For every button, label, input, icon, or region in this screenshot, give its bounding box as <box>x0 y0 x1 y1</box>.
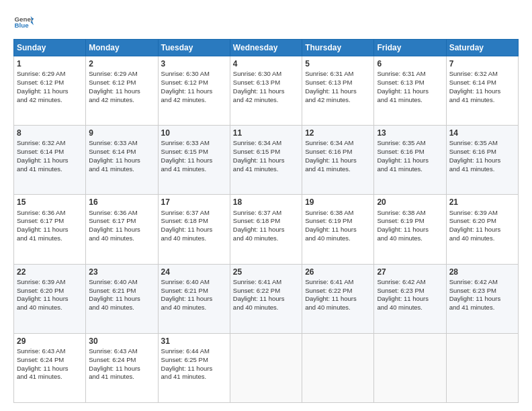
day-info-line: Sunrise: 6:30 AM <box>233 70 299 79</box>
day-info-line: Sunrise: 6:40 AM <box>161 278 227 287</box>
day-info-line: Daylight: 11 hours <box>233 226 299 234</box>
day-number: 6 <box>377 58 443 69</box>
calendar-cell: 5Sunrise: 6:31 AMSunset: 6:13 PMDaylight… <box>302 56 374 126</box>
day-info-line: and 40 minutes. <box>233 304 299 312</box>
day-info-line: Sunrise: 6:39 AM <box>449 209 515 218</box>
calendar-cell: 12Sunrise: 6:34 AMSunset: 6:16 PMDayligh… <box>302 126 374 195</box>
day-info-line: Daylight: 11 hours <box>305 156 371 165</box>
calendar-cell: 22Sunrise: 6:39 AMSunset: 6:20 PMDayligh… <box>14 264 86 333</box>
day-number: 4 <box>233 58 299 69</box>
calendar-cell: 23Sunrise: 6:40 AMSunset: 6:21 PMDayligh… <box>86 264 158 333</box>
day-info-line: Sunrise: 6:34 AM <box>305 139 371 148</box>
calendar-cell: 11Sunrise: 6:34 AMSunset: 6:15 PMDayligh… <box>230 126 302 195</box>
day-info-line: and 40 minutes. <box>89 234 154 243</box>
day-info-line: and 41 minutes. <box>17 373 83 381</box>
calendar-cell <box>446 333 518 402</box>
day-number: 19 <box>305 197 371 208</box>
day-number: 27 <box>377 267 443 277</box>
day-number: 8 <box>17 128 83 138</box>
day-info-line: Daylight: 11 hours <box>305 87 371 96</box>
day-info-line: Sunset: 6:13 PM <box>377 79 443 87</box>
day-number: 28 <box>449 267 515 277</box>
day-info-line: Sunset: 6:12 PM <box>161 79 227 87</box>
day-number: 10 <box>161 128 227 138</box>
day-info-line: Sunrise: 6:34 AM <box>233 139 299 148</box>
calendar-week-row: 22Sunrise: 6:39 AMSunset: 6:20 PMDayligh… <box>14 264 519 333</box>
day-info-line: Sunrise: 6:38 AM <box>305 209 371 218</box>
day-info-line: Sunset: 6:19 PM <box>377 217 443 226</box>
day-info-line: Daylight: 11 hours <box>305 295 371 304</box>
calendar-cell: 13Sunrise: 6:35 AMSunset: 6:16 PMDayligh… <box>374 126 446 195</box>
day-number: 31 <box>161 336 227 347</box>
day-info-line: Sunset: 6:18 PM <box>161 217 227 226</box>
day-number: 5 <box>305 58 371 69</box>
calendar-cell: 2Sunrise: 6:29 AMSunset: 6:12 PMDaylight… <box>86 56 158 126</box>
day-info-line: Sunrise: 6:44 AM <box>161 347 227 356</box>
day-number: 24 <box>161 267 227 277</box>
day-info-line: and 42 minutes. <box>89 96 154 105</box>
logo-icon: General Blue <box>13 12 34 32</box>
day-info-line: Daylight: 11 hours <box>161 156 227 165</box>
day-number: 16 <box>89 197 154 208</box>
day-info-line: and 41 minutes. <box>161 373 227 381</box>
page: General Blue SundayMondayTuesdayWednesda… <box>0 0 532 411</box>
calendar-cell <box>302 333 374 402</box>
day-info-line: Sunset: 6:21 PM <box>89 287 154 295</box>
day-info-line: Sunset: 6:20 PM <box>449 217 515 226</box>
day-info-line: Sunrise: 6:32 AM <box>449 70 515 79</box>
calendar-cell: 6Sunrise: 6:31 AMSunset: 6:13 PMDaylight… <box>374 56 446 126</box>
day-info-line: Sunset: 6:18 PM <box>233 217 299 226</box>
calendar-cell: 28Sunrise: 6:42 AMSunset: 6:23 PMDayligh… <box>446 264 518 333</box>
calendar-week-row: 1Sunrise: 6:29 AMSunset: 6:12 PMDaylight… <box>14 56 519 126</box>
day-info-line: Sunrise: 6:41 AM <box>305 278 371 287</box>
calendar-header-row: SundayMondayTuesdayWednesdayThursdayFrid… <box>14 40 519 56</box>
calendar-cell: 24Sunrise: 6:40 AMSunset: 6:21 PMDayligh… <box>158 264 230 333</box>
day-info-line: Daylight: 11 hours <box>17 87 83 96</box>
day-info-line: Sunrise: 6:35 AM <box>377 139 443 148</box>
day-info-line: and 42 minutes. <box>233 96 299 105</box>
calendar-cell: 26Sunrise: 6:41 AMSunset: 6:22 PMDayligh… <box>302 264 374 333</box>
day-info-line: Sunset: 6:14 PM <box>449 79 515 87</box>
day-info-line: Sunset: 6:14 PM <box>89 148 154 156</box>
day-info-line: and 41 minutes. <box>17 234 83 243</box>
calendar-table: SundayMondayTuesdayWednesdayThursdayFrid… <box>13 39 519 403</box>
day-info-line: and 41 minutes. <box>449 165 515 174</box>
day-info-line: and 41 minutes. <box>377 96 443 105</box>
calendar-cell: 8Sunrise: 6:32 AMSunset: 6:14 PMDaylight… <box>14 126 86 195</box>
day-info-line: Daylight: 11 hours <box>161 226 227 234</box>
calendar-body: 1Sunrise: 6:29 AMSunset: 6:12 PMDaylight… <box>14 56 519 403</box>
calendar-cell: 15Sunrise: 6:36 AMSunset: 6:17 PMDayligh… <box>14 195 86 264</box>
calendar-cell: 27Sunrise: 6:42 AMSunset: 6:23 PMDayligh… <box>374 264 446 333</box>
day-info-line: Sunset: 6:17 PM <box>89 217 154 226</box>
day-info-line: Sunset: 6:12 PM <box>17 79 83 87</box>
day-info-line: Sunrise: 6:33 AM <box>89 139 154 148</box>
calendar-cell: 10Sunrise: 6:33 AMSunset: 6:15 PMDayligh… <box>158 126 230 195</box>
day-info-line: Sunset: 6:16 PM <box>305 148 371 156</box>
calendar-week-row: 8Sunrise: 6:32 AMSunset: 6:14 PMDaylight… <box>14 126 519 195</box>
day-info-line: Sunrise: 6:41 AM <box>233 278 299 287</box>
day-number: 11 <box>233 128 299 138</box>
day-info-line: Daylight: 11 hours <box>305 226 371 234</box>
calendar-header-cell: Monday <box>86 40 158 56</box>
day-info-line: Daylight: 11 hours <box>17 365 83 373</box>
day-number: 9 <box>89 128 154 138</box>
day-number: 3 <box>161 58 227 69</box>
day-info-line: Daylight: 11 hours <box>161 295 227 304</box>
day-info-line: Sunrise: 6:42 AM <box>449 278 515 287</box>
day-info-line: and 41 minutes. <box>377 165 443 174</box>
day-info-line: Daylight: 11 hours <box>161 87 227 96</box>
day-number: 26 <box>305 267 371 277</box>
calendar-week-row: 29Sunrise: 6:43 AMSunset: 6:24 PMDayligh… <box>14 333 519 402</box>
day-info-line: Sunset: 6:13 PM <box>305 79 371 87</box>
logo: General Blue <box>13 12 34 32</box>
day-info-line: Sunset: 6:13 PM <box>233 79 299 87</box>
day-info-line: Sunrise: 6:42 AM <box>377 278 443 287</box>
day-info-line: and 40 minutes. <box>161 234 227 243</box>
day-info-line: and 40 minutes. <box>89 304 154 312</box>
day-info-line: Sunset: 6:19 PM <box>305 217 371 226</box>
calendar-cell: 9Sunrise: 6:33 AMSunset: 6:14 PMDaylight… <box>86 126 158 195</box>
day-info-line: and 42 minutes. <box>161 96 227 105</box>
day-info-line: Sunset: 6:20 PM <box>17 287 83 295</box>
day-info-line: Sunrise: 6:36 AM <box>89 209 154 218</box>
day-info-line: and 41 minutes. <box>161 165 227 174</box>
